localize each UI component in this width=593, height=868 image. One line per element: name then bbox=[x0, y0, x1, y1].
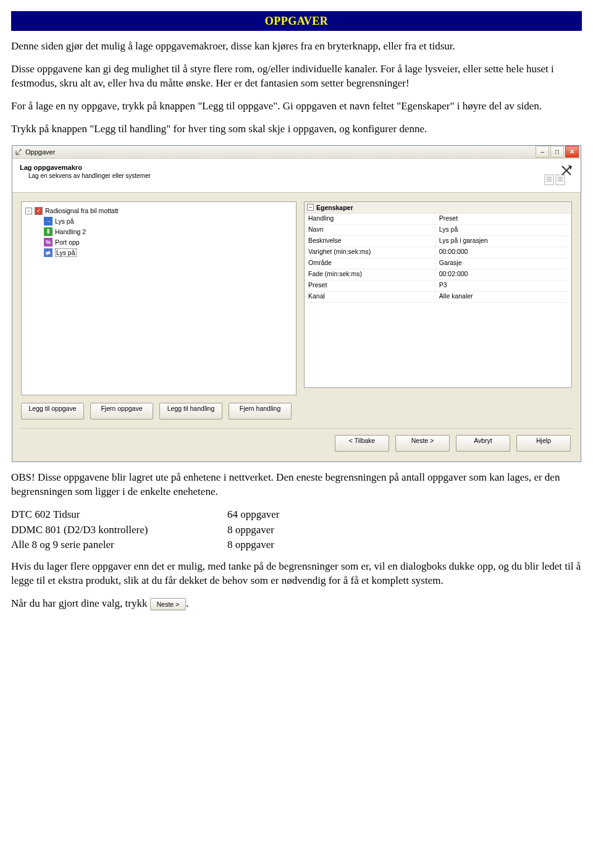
property-key: Kanal bbox=[305, 292, 435, 302]
add-action-button[interactable]: Legg til handling bbox=[159, 403, 222, 419]
properties-grid: Handling Preset Navn Lys på Beskrivelse … bbox=[305, 214, 571, 303]
collapse-icon[interactable]: – bbox=[25, 208, 32, 214]
property-key: Fade (min:sek:ms) bbox=[305, 269, 435, 280]
checkbox-icon[interactable]: ✓ bbox=[35, 207, 43, 215]
collapse-icon[interactable]: – bbox=[307, 204, 314, 211]
tasks-dialog: Oppgaver – □ ✕ Lag oppgavemakro Lag en s… bbox=[12, 145, 581, 462]
notes-block: OBS! Disse oppgavene blir lagret ute på … bbox=[11, 471, 582, 612]
arrow-icon: ⇄ bbox=[44, 248, 53, 257]
remove-action-button[interactable]: Fjern handling bbox=[229, 403, 292, 419]
property-row[interactable]: Preset P3 bbox=[305, 280, 571, 292]
help-button[interactable]: Hjelp bbox=[516, 435, 571, 452]
property-row[interactable]: Kanal Alle kanaler bbox=[305, 292, 571, 303]
tree-item[interactable]: → Lys på bbox=[44, 216, 292, 227]
intro-block: Denne siden gjør det mulig å lage oppgav… bbox=[11, 40, 582, 137]
property-row[interactable]: Område Garasje bbox=[305, 258, 571, 269]
add-task-button[interactable]: Legg til oppgave bbox=[21, 403, 84, 419]
property-value[interactable]: Lys på i garasjen bbox=[435, 236, 571, 246]
back-button[interactable]: < Tilbake bbox=[335, 435, 389, 452]
page-title-bar: OPPGAVER bbox=[11, 11, 582, 31]
property-row[interactable]: Varighet (min:sek:ms) 00:00:000 bbox=[305, 247, 571, 258]
obs-paragraph: OBS! Disse oppgavene blir lagret ute på … bbox=[11, 471, 582, 499]
intro-para-4: Trykk på knappen "Legg til handling" for… bbox=[11, 122, 582, 137]
tree-item-selected[interactable]: ⇄ Lys på bbox=[44, 248, 292, 258]
wizard-icon bbox=[544, 164, 573, 188]
limits-row: DTC 602 Tidsur 64 oppgaver bbox=[11, 508, 280, 523]
inline-next-button[interactable]: Neste > bbox=[150, 598, 186, 610]
svg-rect-0 bbox=[545, 175, 553, 185]
final-suffix: . bbox=[186, 597, 188, 609]
property-row[interactable]: Navn Lys på bbox=[305, 225, 571, 236]
property-value[interactable]: Lys på bbox=[435, 225, 571, 235]
limit-name: DDMC 801 (D2/D3 kontrollere) bbox=[11, 523, 227, 539]
limits-row: Alle 8 og 9 serie paneler 8 oppgaver bbox=[11, 538, 280, 554]
minimize-button[interactable]: – bbox=[536, 146, 549, 158]
intro-para-2: Disse oppgavene kan gi deg mulighet til … bbox=[11, 62, 582, 91]
property-key: Beskrivelse bbox=[305, 236, 435, 246]
limits-table: DTC 602 Tidsur 64 oppgaver DDMC 801 (D2/… bbox=[11, 508, 280, 554]
wizard-title: Lag oppgavemakro bbox=[20, 164, 544, 171]
svg-rect-4 bbox=[556, 175, 565, 185]
intro-para-3: For å lage en ny oppgave, trykk på knapp… bbox=[11, 99, 582, 114]
property-key: Område bbox=[305, 258, 435, 269]
tree-item-label: Port opp bbox=[55, 238, 80, 246]
close-button[interactable]: ✕ bbox=[565, 146, 579, 158]
property-key: Varighet (min:sek:ms) bbox=[305, 247, 435, 258]
final-prefix: Når du har gjort dine valg, trykk bbox=[11, 597, 147, 609]
property-key: Handling bbox=[305, 214, 435, 224]
limit-value: 8 oppgaver bbox=[227, 523, 280, 539]
limit-name: DTC 602 Tidsur bbox=[11, 508, 227, 523]
pause-icon: Ⅱ bbox=[44, 227, 53, 236]
percent-icon: % bbox=[44, 238, 53, 246]
limit-name: Alle 8 og 9 serie paneler bbox=[11, 538, 227, 554]
cancel-button[interactable]: Avbryt bbox=[456, 435, 510, 452]
property-value[interactable]: 00:02:000 bbox=[435, 269, 571, 280]
remove-task-button[interactable]: Fjern oppgave bbox=[90, 403, 153, 419]
maximize-button[interactable]: □ bbox=[550, 146, 564, 158]
wizard-subtitle: Lag en sekvens av handlinger eller syste… bbox=[28, 172, 544, 179]
tree-root-label: Radiosignal fra bil mottatt bbox=[45, 207, 118, 214]
window-app-icon bbox=[14, 148, 23, 156]
property-key: Preset bbox=[305, 280, 435, 291]
property-value[interactable]: 00:00:000 bbox=[435, 247, 571, 258]
tree-root-item[interactable]: – ✓ Radiosignal fra bil mottatt bbox=[25, 206, 292, 216]
limit-value: 64 oppgaver bbox=[227, 508, 280, 523]
final-line: Når du har gjort dine valg, trykk Neste … bbox=[11, 597, 582, 611]
intro-para-1: Denne siden gjør det mulig å lage oppgav… bbox=[11, 40, 582, 54]
page-title: OPPGAVER bbox=[265, 15, 329, 27]
property-key: Navn bbox=[305, 225, 435, 235]
arrow-icon: → bbox=[44, 217, 53, 225]
tree-item[interactable]: Ⅱ Handling 2 bbox=[44, 227, 292, 237]
property-row[interactable]: Beskrivelse Lys på i garasjen bbox=[305, 236, 571, 247]
tree-item-label: Lys på bbox=[55, 248, 77, 257]
tree-item-label: Lys på bbox=[55, 217, 74, 225]
next-button[interactable]: Neste > bbox=[395, 435, 450, 452]
warning-paragraph: Hvis du lager flere oppgaver enn det er … bbox=[11, 560, 582, 588]
wizard-header: Lag oppgavemakro Lag en sekvens av handl… bbox=[12, 159, 581, 193]
limits-row: DDMC 801 (D2/D3 kontrollere) 8 oppgaver bbox=[11, 523, 280, 539]
property-row[interactable]: Handling Preset bbox=[305, 214, 571, 225]
property-value[interactable]: Garasje bbox=[435, 258, 571, 269]
tree-item[interactable]: % Port opp bbox=[44, 237, 292, 248]
task-tree-panel: – ✓ Radiosignal fra bil mottatt → Lys på… bbox=[21, 201, 296, 395]
separator bbox=[21, 428, 572, 429]
property-value[interactable]: Alle kanaler bbox=[435, 292, 571, 302]
property-row[interactable]: Fade (min:sek:ms) 00:02:000 bbox=[305, 269, 571, 280]
property-value[interactable]: Preset bbox=[435, 214, 571, 224]
window-title: Oppgaver bbox=[25, 148, 55, 156]
properties-panel: – Egenskaper Handling Preset Navn Lys på… bbox=[304, 201, 572, 388]
properties-header-label: Egenskaper bbox=[316, 204, 353, 211]
properties-header[interactable]: – Egenskaper bbox=[305, 202, 571, 214]
tree-item-label: Handling 2 bbox=[55, 228, 86, 235]
titlebar[interactable]: Oppgaver – □ ✕ bbox=[12, 146, 581, 159]
property-value[interactable]: P3 bbox=[435, 280, 571, 291]
limit-value: 8 oppgaver bbox=[227, 538, 280, 554]
